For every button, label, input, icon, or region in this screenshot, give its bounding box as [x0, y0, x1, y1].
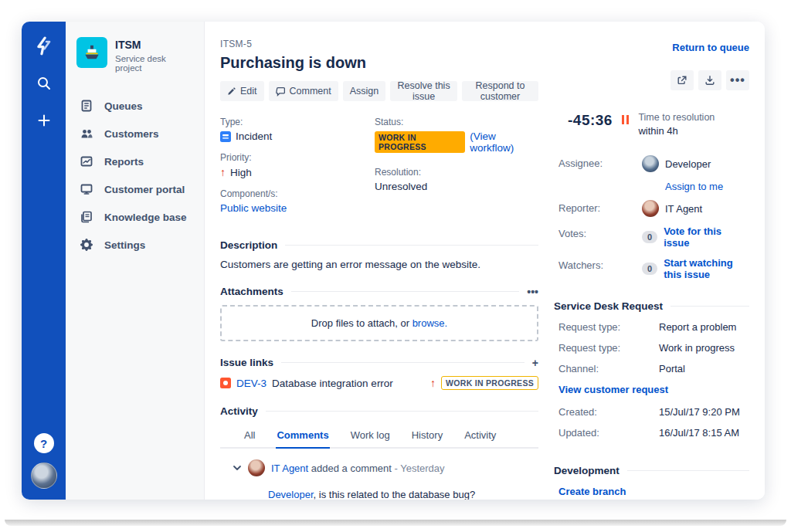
- sidebar-item-customers[interactable]: Customers: [76, 120, 193, 147]
- comment-button[interactable]: Comment: [269, 81, 338, 101]
- tab-comments[interactable]: Comments: [276, 425, 329, 449]
- updated-value: 16/Jul/17 8:15 AM: [659, 427, 739, 439]
- field-status: Status: WORK IN PROGRESS (View workflow): [375, 117, 538, 154]
- assign-button[interactable]: Assign: [343, 81, 386, 101]
- request-type-value: Work in progress: [659, 342, 735, 354]
- linked-issue-title: Database integration error: [272, 378, 393, 389]
- edit-label: Edit: [240, 86, 257, 97]
- dropzone-text: Drop files to attach, or: [311, 317, 412, 329]
- bug-icon: [220, 378, 231, 388]
- watchers-label: Watchers:: [558, 257, 642, 271]
- sidebar-item-label: Queues: [104, 100, 143, 112]
- share-icon[interactable]: [670, 70, 694, 90]
- tab-activity[interactable]: Activity: [463, 425, 497, 449]
- search-icon[interactable]: [32, 71, 56, 96]
- issue-title: Purchasing is down: [220, 54, 538, 72]
- view-workflow-link[interactable]: (View workflow): [470, 130, 538, 154]
- sla-label: Time to resolution: [638, 112, 715, 123]
- reporter-name: IT Agent: [665, 203, 702, 215]
- tab-all[interactable]: All: [243, 425, 256, 449]
- attachments-more-icon[interactable]: •••: [527, 286, 538, 297]
- jira-service-desk-logo-icon[interactable]: [32, 34, 56, 59]
- component-link[interactable]: Public website: [220, 202, 287, 214]
- view-customer-request-link[interactable]: View customer request: [558, 384, 668, 395]
- attachment-dropzone[interactable]: Drop files to attach, or browse.: [220, 305, 538, 341]
- development-header: Development: [554, 465, 749, 476]
- updated-row: Updated: 16/Jul/17 8:15 AM: [554, 427, 749, 439]
- priority-high-icon: ↑: [220, 166, 226, 178]
- attachments-title: Attachments: [220, 286, 283, 297]
- user-avatar[interactable]: [31, 463, 57, 489]
- type-label: Type:: [220, 117, 375, 127]
- linked-issue-key[interactable]: DEV-3: [236, 378, 266, 389]
- sidebar-item-knowledge-base[interactable]: Knowledge base: [76, 204, 193, 230]
- sla-time-value: -45:36: [568, 112, 613, 129]
- mention-link[interactable]: Developer: [268, 489, 314, 500]
- sidebar-item-queues[interactable]: Queues: [76, 93, 193, 119]
- browse-link[interactable]: browse.: [412, 317, 448, 329]
- service-desk-request-title: Service Desk Request: [554, 300, 663, 312]
- create-plus-icon[interactable]: [32, 108, 56, 133]
- type-value: Incident: [236, 130, 272, 142]
- resolve-label: Resolve this issue: [397, 80, 450, 102]
- project-header[interactable]: ITSM Service desk project: [76, 37, 193, 73]
- edit-button[interactable]: Edit: [220, 81, 264, 101]
- documents-icon: [80, 210, 93, 224]
- sidebar-item-settings[interactable]: Settings: [76, 232, 193, 258]
- issue-toolbar: Edit Comment Assign Resolve this issue R…: [220, 81, 538, 101]
- app-window: ? ITSM Service desk project: [22, 22, 765, 500]
- request-type-row: Request type: Report a problem: [554, 321, 749, 333]
- comment-author-link[interactable]: IT Agent: [271, 463, 308, 474]
- vote-link[interactable]: Vote for this issue: [664, 225, 749, 249]
- reports-icon: [80, 154, 93, 168]
- activity-title: Activity: [220, 405, 258, 417]
- sidebar-item-customer-portal[interactable]: Customer portal: [76, 176, 193, 202]
- help-icon[interactable]: ?: [34, 433, 54, 453]
- service-desk-request-header: Service Desk Request: [554, 300, 749, 312]
- assign-label: Assign: [350, 86, 379, 97]
- issue-link-row[interactable]: DEV-3 Database integration error ↑ WORK …: [220, 376, 538, 390]
- assignee-label: Assignee:: [558, 155, 642, 169]
- resolution-label: Resolution:: [375, 167, 538, 178]
- pause-icon: [622, 112, 630, 124]
- comment-item: IT Agent added a comment - Yesterday Dev…: [220, 449, 538, 500]
- description-section-header: Description: [220, 239, 538, 251]
- tab-work-log[interactable]: Work log: [350, 425, 391, 449]
- tab-history[interactable]: History: [411, 425, 443, 449]
- updated-label: Updated:: [558, 427, 659, 439]
- comment-time: Yesterday: [400, 463, 444, 474]
- add-link-icon[interactable]: +: [532, 357, 538, 368]
- customers-icon: [80, 127, 93, 141]
- return-to-queue-link[interactable]: Return to queue: [672, 42, 749, 53]
- watch-link[interactable]: Start watching this issue: [664, 257, 749, 280]
- issue-key: ITSM-5: [220, 39, 538, 49]
- created-row: Created: 15/Jul/17 9:20 PM: [554, 406, 749, 418]
- sidebar-item-label: Customers: [104, 128, 159, 140]
- project-sidebar: ITSM Service desk project Queues Custome…: [66, 22, 205, 500]
- avatar[interactable]: [248, 459, 265, 476]
- issue-links-title: Issue links: [220, 357, 273, 368]
- sidebar-item-reports[interactable]: Reports: [76, 148, 193, 175]
- sla-goal: within 4h: [638, 125, 715, 137]
- chevron-down-icon[interactable]: [233, 463, 242, 473]
- watchers-count-badge: 0: [642, 263, 657, 275]
- comment-body-text: , is this related to the database bug?: [314, 489, 476, 500]
- assignee-row: Assignee: Developer: [558, 155, 749, 172]
- respond-label: Respond to customer: [469, 80, 531, 102]
- screenshot-frame: ? ITSM Service desk project: [0, 0, 791, 532]
- gear-icon: [80, 238, 93, 252]
- assign-to-me-link[interactable]: Assign to me: [665, 181, 723, 192]
- avatar[interactable]: [642, 200, 659, 217]
- field-grid: Type: Incident Priority: ↑ High: [220, 117, 538, 224]
- respond-customer-button[interactable]: Respond to customer: [462, 81, 538, 101]
- avatar[interactable]: [642, 155, 659, 172]
- project-type: Service desk project: [115, 54, 193, 73]
- issue-links-section-header: Issue links +: [220, 357, 538, 368]
- watchers-row: Watchers: 0Start watching this issue: [558, 257, 749, 280]
- activity-section-header: Activity: [220, 405, 538, 417]
- more-options-icon[interactable]: •••: [726, 70, 749, 90]
- sidebar-item-label: Knowledge base: [104, 212, 187, 223]
- export-icon[interactable]: [698, 70, 721, 90]
- resolve-issue-button[interactable]: Resolve this issue: [390, 81, 457, 101]
- create-branch-link[interactable]: Create branch: [558, 486, 626, 497]
